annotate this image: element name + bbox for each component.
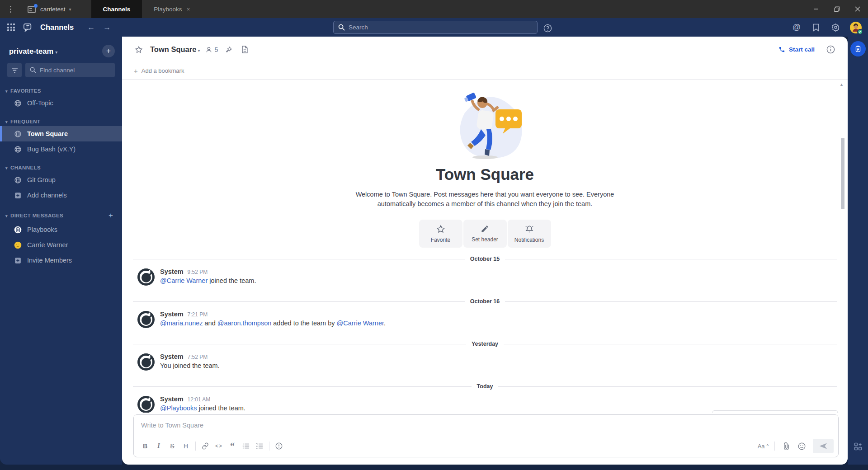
channel-files-icon[interactable] bbox=[240, 44, 250, 55]
post-author[interactable]: System bbox=[160, 310, 184, 318]
date-divider-label[interactable]: Today bbox=[472, 383, 499, 390]
titlebar-tab-playbooks[interactable]: Playbooks× bbox=[142, 0, 202, 18]
add-direct-message-button[interactable]: + bbox=[108, 211, 113, 220]
find-channel-box[interactable] bbox=[25, 63, 115, 77]
heading-button[interactable]: H bbox=[179, 440, 193, 452]
favorite-intro-button[interactable]: Favorite bbox=[419, 220, 462, 248]
date-divider-label[interactable]: Yesterday bbox=[466, 341, 504, 347]
bold-button[interactable]: B bbox=[138, 440, 152, 452]
post-avatar[interactable] bbox=[137, 310, 155, 329]
sidebar-item-carrie-warner[interactable]: Carrie Warner bbox=[0, 237, 122, 253]
post-avatar[interactable] bbox=[137, 353, 155, 371]
user-avatar[interactable] bbox=[850, 22, 862, 33]
sidebar-section-label[interactable]: ▾CHANNELS bbox=[5, 165, 41, 170]
app-menu-kebab-icon[interactable] bbox=[5, 2, 17, 16]
close-button[interactable] bbox=[847, 0, 868, 18]
playbooks-app-button[interactable] bbox=[850, 41, 866, 56]
mentions-icon[interactable]: @ bbox=[791, 21, 802, 34]
product-switcher-icon[interactable] bbox=[5, 22, 17, 33]
action-label: Favorite bbox=[431, 237, 450, 243]
help-icon[interactable] bbox=[542, 22, 554, 34]
team-menu[interactable]: private-team▾ bbox=[9, 47, 57, 56]
members-count-button[interactable]: 5 bbox=[205, 46, 218, 53]
date-divider-label[interactable]: October 16 bbox=[465, 298, 505, 305]
sidebar-section-label[interactable]: ▾FAVORITES bbox=[5, 88, 41, 94]
message-post[interactable]: System 9:52 PM @Carrie Warner joined the… bbox=[122, 264, 848, 290]
message-post[interactable]: System 7:52 PM You joined the team. bbox=[122, 349, 848, 375]
sidebar-item-bug-bash-vx-y-[interactable]: Bug Bash (vX.Y) bbox=[0, 141, 122, 157]
mention-link[interactable]: @maria.nunez bbox=[160, 320, 203, 327]
sidebar-item-add-channels[interactable]: Add channels bbox=[0, 188, 122, 203]
channel-name-menu[interactable]: Town Square▾ bbox=[150, 45, 200, 54]
code-icon[interactable]: <> bbox=[212, 440, 226, 452]
pinned-posts-icon[interactable] bbox=[223, 44, 234, 55]
chevron-down-icon: ▾ bbox=[198, 48, 200, 53]
saved-posts-icon[interactable] bbox=[811, 22, 821, 33]
send-message-button[interactable] bbox=[813, 439, 834, 453]
emoji-picker-icon[interactable] bbox=[795, 440, 808, 452]
titlebar-tab-channels[interactable]: Channels× bbox=[91, 0, 142, 18]
post-author[interactable]: System bbox=[160, 353, 184, 360]
channel-label: Git Group bbox=[27, 176, 56, 183]
find-channel-input[interactable] bbox=[40, 67, 110, 74]
settings-gear-icon[interactable] bbox=[830, 21, 842, 33]
restore-button[interactable] bbox=[826, 0, 847, 18]
bulleted-list-icon[interactable] bbox=[239, 440, 253, 452]
mention-link[interactable]: @Playbooks bbox=[160, 404, 197, 412]
message-input[interactable]: Write to Town Square bbox=[134, 415, 838, 437]
action-label: Set header bbox=[472, 236, 498, 243]
italic-button[interactable]: I bbox=[152, 440, 165, 452]
history-forward-button[interactable]: → bbox=[101, 21, 113, 34]
post-author[interactable]: System bbox=[160, 268, 184, 275]
quote-icon[interactable]: “ bbox=[226, 440, 239, 452]
mention-link[interactable]: @Carrie Warner bbox=[337, 320, 384, 327]
channel-filter-icon[interactable] bbox=[7, 63, 22, 77]
channel-label: Bug Bash (vX.Y) bbox=[27, 146, 75, 153]
hide-formatting-button[interactable]: Aa^ bbox=[756, 440, 770, 452]
date-divider-label[interactable]: October 15 bbox=[465, 256, 505, 262]
app-window: carrietest ▾ Channels× Playbooks× Channe… bbox=[0, 0, 868, 470]
minimize-button[interactable] bbox=[806, 0, 826, 18]
attachment-paperclip-icon[interactable] bbox=[779, 440, 793, 452]
mention-link[interactable]: @Carrie Warner bbox=[160, 277, 208, 284]
channel-intro: Town Square Welcome to Town Square. Post… bbox=[122, 86, 848, 248]
sidebar-section-label[interactable]: ▾FREQUENT bbox=[5, 119, 40, 124]
post-author[interactable]: System bbox=[160, 395, 184, 403]
sidebar-item-town-square[interactable]: Town Square bbox=[0, 126, 122, 141]
sidebar-item-off-topic[interactable]: Off-Topic bbox=[0, 95, 122, 111]
start-call-button[interactable]: Start call bbox=[778, 46, 815, 53]
message-post[interactable]: System 7:21 PM @maria.nunez and @aaron.t… bbox=[122, 306, 848, 333]
close-tab-icon[interactable]: × bbox=[187, 6, 190, 13]
strikethrough-button[interactable]: S bbox=[165, 440, 179, 452]
search-box[interactable] bbox=[333, 21, 538, 34]
message-post[interactable]: System 12:01 AM @Playbooks joined the te… bbox=[122, 391, 848, 413]
favorite-star-icon[interactable] bbox=[133, 44, 145, 56]
apps-marketplace-icon[interactable] bbox=[854, 442, 863, 451]
scroll-top-icon[interactable]: ▲ bbox=[840, 82, 844, 87]
set-header-intro-button[interactable]: Set header bbox=[463, 220, 507, 248]
sidebar-section: ▾FREQUENT + Town Square Bug Bash (vX.Y) bbox=[0, 117, 122, 157]
post-text: @Carrie Warner joined the team. bbox=[160, 277, 256, 286]
add-channel-plus-button[interactable]: + bbox=[102, 45, 115, 57]
add-bookmark-button[interactable]: + Add a bookmark bbox=[122, 62, 848, 80]
channel-info-icon[interactable] bbox=[825, 43, 837, 56]
link-icon[interactable] bbox=[198, 440, 212, 452]
search-input[interactable] bbox=[349, 24, 533, 31]
sidebar-section-label[interactable]: ▾DIRECT MESSAGES bbox=[5, 213, 63, 218]
server-selector[interactable]: carrietest ▾ bbox=[21, 0, 78, 18]
history-back-button[interactable]: ← bbox=[85, 21, 97, 34]
sidebar-item-git-group[interactable]: Git Group bbox=[0, 172, 122, 188]
post-avatar[interactable] bbox=[137, 268, 155, 286]
sidebar-section: ▾DIRECT MESSAGES + Playbooks Carrie Warn… bbox=[0, 209, 122, 268]
mention-link[interactable]: @aaron.thompson bbox=[217, 320, 272, 327]
message-list[interactable]: Town Square Welcome to Town Square. Post… bbox=[122, 80, 848, 413]
action-label: Notifications bbox=[514, 237, 544, 243]
numbered-list-icon[interactable] bbox=[253, 440, 266, 452]
scrollbar-thumb[interactable] bbox=[841, 138, 844, 209]
sidebar-item-playbooks[interactable]: Playbooks bbox=[0, 222, 122, 237]
sidebar-item-invite-members[interactable]: Invite Members bbox=[0, 253, 122, 268]
notifications-intro-button[interactable]: Notifications bbox=[508, 220, 551, 248]
post-avatar[interactable] bbox=[137, 395, 155, 413]
search-icon bbox=[338, 24, 345, 31]
message-priority-icon[interactable] bbox=[272, 440, 286, 452]
